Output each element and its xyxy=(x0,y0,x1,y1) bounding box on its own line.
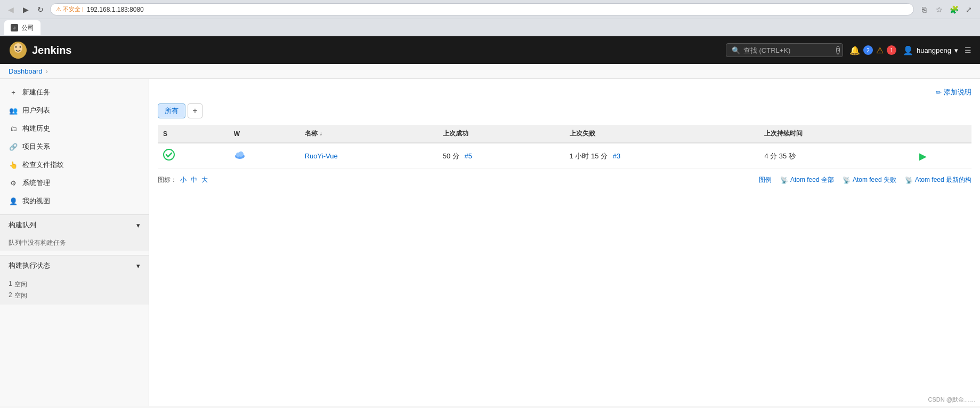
sidebar-label-system-manage: 系统管理 xyxy=(22,178,50,188)
sidebar-item-check-fingerprint[interactable]: 👆 检查文件指纹 xyxy=(0,156,149,174)
run-button[interactable]: ▶ xyxy=(919,151,927,162)
add-view-button[interactable]: + xyxy=(188,103,203,118)
user-menu[interactable]: 👤 huangpeng ▾ xyxy=(903,45,958,55)
forward-button[interactable]: ▶ xyxy=(20,4,31,15)
job-link-ruoyi-vue[interactable]: RuoYi-Vue xyxy=(305,152,338,160)
jenkins-logo-icon xyxy=(9,41,28,60)
maximize-icon[interactable]: ⤢ xyxy=(963,4,975,15)
notification-bell[interactable]: 🔔 xyxy=(849,45,860,55)
build-executor-header[interactable]: 构建执行状态 ▾ xyxy=(0,255,149,276)
build-queue-header[interactable]: 构建队列 ▾ xyxy=(0,215,149,235)
table-footer: 图标： 小 中 大 图例 📡 Atom feed 全部 📡 Atom feed … xyxy=(158,175,971,185)
icon-label: 图标： xyxy=(158,175,177,185)
feed-links: 图例 📡 Atom feed 全部 📡 Atom feed 失败 📡 Atom … xyxy=(759,175,971,185)
add-description-link[interactable]: ✏ 添加说明 xyxy=(936,87,971,97)
executor-2-status: 空闲 xyxy=(14,291,27,300)
address-text: 192.168.1.183:8080 xyxy=(87,6,144,13)
chevron-down-icon: ▾ xyxy=(954,46,958,54)
plus-icon: + xyxy=(9,87,18,97)
username: huangpeng xyxy=(917,46,951,54)
job-last-duration-cell: 4 分 35 秒 xyxy=(759,143,914,169)
rss-icon-failure: 📡 xyxy=(843,177,851,184)
sidebar-label-my-view: 我的视图 xyxy=(22,196,50,206)
status-success-icon xyxy=(163,151,175,163)
last-failure-build-link[interactable]: #3 xyxy=(613,152,620,160)
history-icon: 🗂 xyxy=(9,124,18,133)
person-icon: 👤 xyxy=(9,196,18,206)
sidebar-label-project-relation: 项目关系 xyxy=(22,142,50,151)
fingerprint-icon: 👆 xyxy=(9,160,18,170)
warning-icon: ⚠ xyxy=(876,45,884,55)
sidebar-item-system-manage[interactable]: ⚙ 系统管理 xyxy=(0,174,149,192)
last-success-build-link[interactable]: #5 xyxy=(465,152,472,160)
screenshot-icon[interactable]: ⎘ xyxy=(918,4,930,15)
sidebar-label-user-list: 用户列表 xyxy=(22,106,50,115)
jenkins-header: Jenkins 🔍 ? 🔔 2 ⚠ 1 👤 huangpeng ▾ ☰ xyxy=(0,36,980,64)
build-executor-content: 1 空闲 2 空闲 xyxy=(0,276,149,305)
sidebar-item-new-task[interactable]: + 新建任务 xyxy=(0,83,149,101)
alert-count[interactable]: 1 xyxy=(887,45,896,55)
view-tabs: 所有 + xyxy=(158,103,971,118)
build-queue-collapse-icon: ▾ xyxy=(136,221,140,229)
users-icon: 👥 xyxy=(9,106,18,115)
content-area: ✏ 添加说明 所有 + S W 名称 ↓ 上次成功 上次失败 上次 xyxy=(149,79,980,406)
atom-feed-all-link[interactable]: 📡 Atom feed 全部 xyxy=(780,175,834,185)
notification-count[interactable]: 2 xyxy=(863,45,873,55)
legend-link[interactable]: 图例 xyxy=(759,175,772,185)
sidebar-label-new-task: 新建任务 xyxy=(22,87,50,97)
build-executor-section: 构建执行状态 ▾ 1 空闲 2 空闲 xyxy=(0,255,149,305)
edit-icon: ✏ xyxy=(936,89,942,97)
atom-feed-latest-link[interactable]: 📡 Atom feed 最新的构 xyxy=(905,175,971,185)
breadcrumb-dashboard[interactable]: Dashboard xyxy=(9,67,43,75)
sidebar-item-my-view[interactable]: 👤 我的视图 xyxy=(0,192,149,210)
jenkins-title: Jenkins xyxy=(32,44,71,57)
user-icon: 👤 xyxy=(903,45,913,55)
address-bar[interactable]: ⚠ 不安全 | 192.168.1.183:8080 xyxy=(50,3,914,15)
star-icon[interactable]: ☆ xyxy=(933,4,945,15)
sidebar-item-project-relation[interactable]: 🔗 项目关系 xyxy=(0,138,149,156)
last-success-time: 50 分 xyxy=(443,152,459,160)
tab-all-views[interactable]: 所有 xyxy=(158,103,185,118)
breadcrumb-separator: › xyxy=(46,67,48,75)
col-header-name: 名称 ↓ xyxy=(299,125,438,143)
size-medium[interactable]: 中 xyxy=(190,175,198,185)
tab-bar: J 公司 xyxy=(0,19,980,36)
puzzle-icon[interactable]: 🧩 xyxy=(948,4,960,15)
csdn-watermark: CSDN @默金…… xyxy=(928,396,976,404)
gear-icon: ⚙ xyxy=(9,178,18,188)
col-header-last-failure: 上次失败 xyxy=(564,125,759,143)
search-box[interactable]: 🔍 ? xyxy=(726,43,843,57)
search-icon: 🔍 xyxy=(732,46,740,54)
build-executor-collapse-icon: ▾ xyxy=(136,262,140,270)
tab-favicon: J xyxy=(11,24,18,31)
rss-icon-latest: 📡 xyxy=(905,177,913,184)
col-header-last-success: 上次成功 xyxy=(438,125,564,143)
overflow-menu-button[interactable]: ☰ xyxy=(965,46,971,54)
back-button[interactable]: ◀ xyxy=(5,4,16,15)
build-queue-section: 构建队列 ▾ 队列中没有构建任务 xyxy=(0,214,149,251)
search-input[interactable] xyxy=(743,46,833,54)
col-header-last-duration: 上次持续时间 xyxy=(759,125,914,143)
table-row: RuoYi-Vue 50 分 #5 1 小时 15 分 #3 4 分 35 秒 … xyxy=(158,143,971,169)
size-small[interactable]: 小 xyxy=(179,175,188,185)
col-header-w: W xyxy=(229,125,299,143)
reload-button[interactable]: ↻ xyxy=(35,4,46,15)
bell-icon: 🔔 xyxy=(849,46,860,55)
sidebar-item-build-history[interactable]: 🗂 构建历史 xyxy=(0,119,149,138)
build-queue-content: 队列中没有构建任务 xyxy=(0,235,149,251)
svg-point-9 xyxy=(238,151,244,157)
tab-label: 公司 xyxy=(21,23,34,33)
job-name-cell: RuoYi-Vue xyxy=(299,143,438,169)
browser-tab[interactable]: J 公司 xyxy=(4,20,41,35)
last-failure-time: 1 小时 15 分 xyxy=(570,152,608,160)
size-large[interactable]: 大 xyxy=(200,175,209,185)
jenkins-logo[interactable]: Jenkins xyxy=(9,41,71,60)
sidebar-item-user-list[interactable]: 👥 用户列表 xyxy=(0,101,149,119)
atom-feed-failure-link[interactable]: 📡 Atom feed 失败 xyxy=(843,175,896,185)
executor-1-status: 空闲 xyxy=(14,280,27,289)
build-queue-empty: 队列中没有构建任务 xyxy=(9,239,66,246)
executor-1-number: 1 xyxy=(9,280,12,289)
help-icon[interactable]: ? xyxy=(836,46,840,54)
svg-rect-4 xyxy=(14,52,16,57)
table-header-row: S W 名称 ↓ 上次成功 上次失败 上次持续时间 xyxy=(158,125,971,143)
